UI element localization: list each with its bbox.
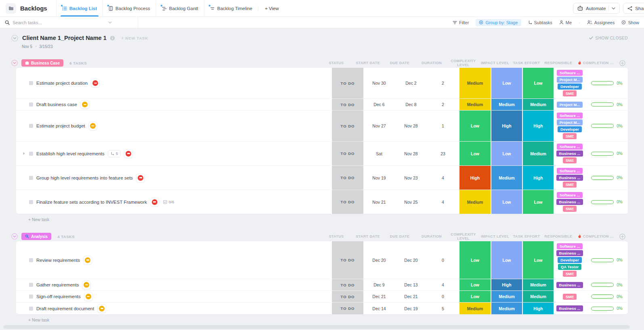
due-cell[interactable]: Nov 25 — [395, 190, 427, 214]
responsible-tag[interactable]: SME — [563, 271, 577, 277]
collapse-group-icon[interactable] — [11, 233, 18, 240]
duration-cell[interactable]: 23 — [427, 142, 459, 165]
search-chevron-icon[interactable] — [108, 21, 112, 24]
impact-level-cell[interactable]: Medium — [491, 99, 522, 110]
responsible-tag[interactable]: Business ... — [556, 175, 583, 181]
subtasks-button[interactable]: Subtasks — [528, 20, 552, 25]
me-button[interactable]: Me — [559, 20, 572, 25]
column-header-impact-level[interactable]: IMPACT LEVEL — [479, 234, 511, 238]
task-name[interactable]: Sign-off requirements — [36, 294, 81, 299]
priority-flag-icon[interactable] — [124, 149, 133, 158]
new-task-row-button[interactable]: + New task — [16, 214, 628, 223]
responsible-tag[interactable]: Software ... — [557, 192, 583, 198]
responsible-tag[interactable]: Software ... — [557, 144, 583, 150]
progress-bar[interactable] — [591, 283, 614, 287]
task-effort-cell[interactable]: Low — [522, 241, 554, 279]
impact-level-cell[interactable]: Low — [491, 142, 522, 165]
add-column-icon[interactable] — [617, 60, 628, 66]
show-button[interactable]: Show — [621, 20, 639, 25]
task-checkbox[interactable] — [29, 200, 33, 204]
due-cell[interactable]: Nov 28 — [395, 142, 427, 165]
add-view-button[interactable]: + View — [258, 6, 285, 11]
responsible-tag[interactable]: Software ... — [557, 243, 583, 249]
responsible-tag[interactable]: Software ... — [557, 70, 583, 76]
complexity-level-cell[interactable]: Medium — [459, 68, 491, 98]
priority-flag-icon[interactable] — [91, 79, 100, 88]
column-header-complexity-level[interactable]: COMPLEXITY LEVEL — [447, 59, 479, 67]
complexity-level-cell[interactable]: Low — [459, 279, 491, 290]
column-header-duration[interactable]: DURATION — [416, 61, 447, 65]
complexity-level-cell[interactable]: High — [459, 166, 491, 190]
task-checkbox[interactable] — [29, 81, 33, 85]
impact-level-cell[interactable]: High — [491, 111, 522, 141]
priority-flag-icon[interactable] — [83, 256, 92, 265]
column-header-impact-level[interactable]: IMPACT LEVEL — [479, 61, 511, 65]
due-cell[interactable]: Dec 13 — [395, 279, 427, 290]
status-cell[interactable]: TO DO — [332, 142, 363, 165]
duration-cell[interactable]: 1 — [427, 111, 459, 141]
responsible-tag[interactable]: Project M... — [557, 102, 583, 108]
impact-level-cell[interactable]: High — [491, 279, 522, 290]
responsible-tag[interactable]: Project M... — [557, 77, 583, 83]
task-checkbox[interactable] — [29, 102, 33, 107]
due-cell[interactable]: Dec 21 — [395, 291, 427, 302]
progress-bar[interactable] — [591, 307, 614, 311]
complexity-level-cell[interactable]: Low — [459, 111, 491, 141]
priority-flag-icon[interactable] — [88, 121, 97, 130]
due-cell[interactable]: Dec 20 — [395, 241, 427, 279]
responsible-tag[interactable]: SME — [563, 157, 577, 163]
duration-cell[interactable]: 4 — [427, 279, 459, 290]
assignees-button[interactable]: Assignees — [587, 20, 615, 25]
complexity-level-cell[interactable]: Medium — [459, 303, 491, 314]
column-header-completion-[interactable]: COMPLETION ... — [575, 234, 617, 239]
responsible-tag[interactable]: SME — [563, 206, 577, 212]
task-checkbox[interactable] — [29, 152, 33, 156]
automate-button[interactable]: Automate — [573, 3, 620, 14]
column-header-status[interactable]: STATUS — [321, 234, 352, 238]
duration-cell[interactable]: 2 — [427, 99, 459, 110]
progress-bar[interactable] — [591, 176, 614, 180]
status-cell[interactable]: TO DO — [332, 291, 363, 302]
column-header-status[interactable]: STATUS — [321, 61, 352, 65]
task-checkbox[interactable] — [29, 283, 33, 287]
task-name[interactable]: Draft requirement document — [36, 306, 94, 311]
progress-bar[interactable] — [591, 124, 614, 128]
task-checkbox[interactable] — [29, 294, 33, 299]
responsible-tag[interactable]: Business ... — [556, 305, 583, 311]
tab-backlog-timeline[interactable]: Backlog Timeline — [204, 0, 258, 17]
task-effort-cell[interactable]: Medium — [522, 291, 554, 302]
status-cell[interactable]: TO DO — [332, 279, 363, 290]
complexity-level-cell[interactable]: Low — [459, 142, 491, 165]
responsible-tag[interactable]: QA Tester — [558, 264, 581, 270]
responsible-tag[interactable]: SME — [563, 133, 577, 139]
progress-bar[interactable] — [591, 200, 614, 204]
filter-button[interactable]: Filter — [453, 20, 469, 25]
status-cell[interactable]: TO DO — [332, 241, 363, 279]
complexity-level-cell[interactable]: Medium — [459, 99, 491, 110]
column-header-due-date[interactable]: DUE DATE — [384, 234, 416, 238]
due-cell[interactable]: Dec 8 — [395, 99, 427, 110]
new-task-row-button[interactable]: + New task — [16, 314, 628, 324]
task-checkbox[interactable] — [29, 124, 33, 128]
start-cell[interactable]: Dec 20 — [363, 241, 395, 279]
duration-cell[interactable]: 0 — [427, 241, 459, 279]
collapse-project-icon[interactable] — [11, 35, 18, 42]
task-checkbox[interactable] — [29, 307, 33, 311]
tab-backlog-process[interactable]: Backlog Process — [103, 0, 156, 17]
impact-level-cell[interactable]: Medium — [491, 303, 522, 314]
share-button[interactable]: Share — [623, 3, 644, 14]
priority-flag-icon[interactable] — [150, 198, 159, 207]
start-cell[interactable]: Nov 19 — [363, 166, 395, 190]
due-cell[interactable]: Dec 19 — [395, 303, 427, 314]
responsible-tag[interactable]: SME — [563, 294, 577, 300]
start-cell[interactable]: Sat — [363, 142, 395, 165]
horizontal-scrollbar[interactable] — [3, 325, 630, 329]
duration-cell[interactable]: 2 — [427, 68, 459, 98]
responsible-tag[interactable]: Business ... — [556, 150, 583, 157]
task-effort-cell[interactable]: High — [522, 303, 554, 314]
progress-bar[interactable] — [591, 258, 614, 262]
duration-cell[interactable]: 4 — [427, 166, 459, 190]
status-cell[interactable]: TO DO — [332, 303, 363, 314]
task-name[interactable]: Gather requirements — [36, 282, 79, 287]
responsible-tag[interactable]: Software ... — [557, 113, 583, 119]
